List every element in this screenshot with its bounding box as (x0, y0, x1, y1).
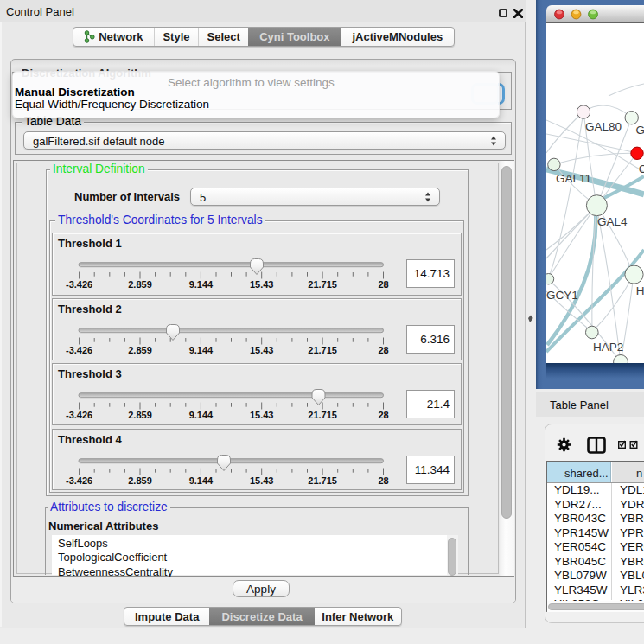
svg-text:GA: GA (636, 124, 644, 137)
svg-text:15.43: 15.43 (250, 410, 274, 420)
svg-text:21.715: 21.715 (308, 279, 337, 290)
svg-text:15.43: 15.43 (250, 345, 274, 355)
svg-text:HAP2: HAP2 (593, 341, 623, 354)
svg-text:-3.426: -3.426 (66, 279, 92, 290)
svg-text:21.715: 21.715 (308, 345, 337, 355)
svg-text:21.715: 21.715 (308, 475, 337, 486)
svg-text:GAL11: GAL11 (556, 172, 591, 185)
svg-text:28: 28 (378, 475, 388, 486)
svg-text:28: 28 (378, 410, 388, 420)
svg-text:2.859: 2.859 (128, 475, 152, 486)
svg-text:9.144: 9.144 (189, 345, 214, 355)
svg-text:28: 28 (378, 345, 388, 355)
svg-text:C: C (639, 163, 644, 175)
svg-text:2.859: 2.859 (128, 279, 152, 290)
svg-text:GAL80: GAL80 (585, 120, 622, 133)
svg-text:15.43: 15.43 (250, 475, 274, 486)
svg-text:GCY1: GCY1 (546, 289, 578, 302)
svg-text:9.144: 9.144 (189, 475, 214, 486)
svg-text:-3.426: -3.426 (66, 345, 92, 355)
svg-text:-3.426: -3.426 (66, 410, 92, 420)
svg-text:21.715: 21.715 (308, 410, 337, 420)
svg-text:GAL4: GAL4 (597, 215, 628, 228)
svg-text:9.144: 9.144 (189, 279, 214, 290)
svg-text:H: H (636, 284, 644, 297)
svg-text:-3.426: -3.426 (66, 475, 92, 486)
svg-text:2.859: 2.859 (128, 410, 152, 420)
svg-text:2.859: 2.859 (128, 345, 152, 355)
svg-text:9.144: 9.144 (189, 410, 214, 420)
svg-text:15.43: 15.43 (250, 279, 274, 290)
svg-text:28: 28 (378, 279, 388, 290)
